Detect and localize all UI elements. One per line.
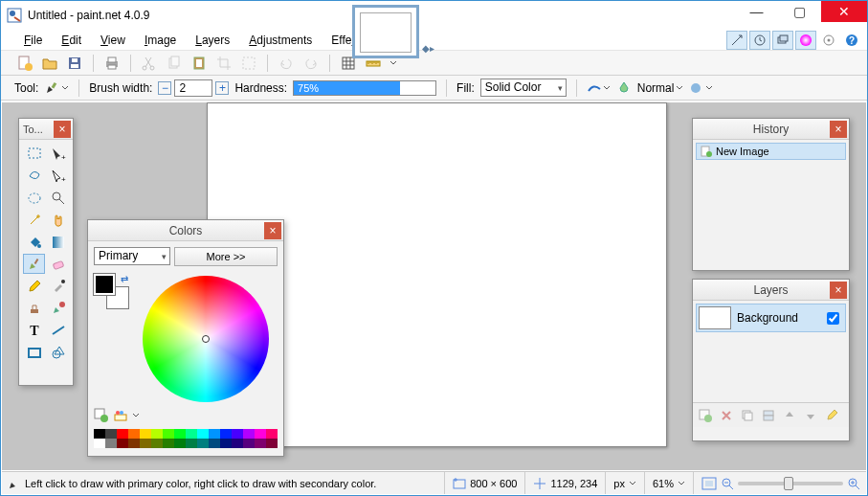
palette-swatch[interactable] xyxy=(220,429,232,439)
palette-manage[interactable] xyxy=(113,408,128,423)
palette-swatch[interactable] xyxy=(232,429,243,439)
palette-swatch[interactable] xyxy=(220,439,232,448)
merge-down-button[interactable] xyxy=(760,407,777,424)
color-swatches[interactable]: ⇄ xyxy=(94,274,128,308)
palette-swatch[interactable] xyxy=(140,429,151,439)
color-palette[interactable] xyxy=(94,429,278,448)
menu-adjustments[interactable]: Adjustments xyxy=(241,32,320,49)
palette-swatch[interactable] xyxy=(266,439,278,448)
palette-swatch[interactable] xyxy=(197,429,209,439)
menu-file[interactable]: File xyxy=(16,32,50,49)
palette-swatch[interactable] xyxy=(163,429,174,439)
menu-view[interactable]: View xyxy=(93,32,133,49)
save-button[interactable] xyxy=(64,53,85,74)
status-unit[interactable]: px xyxy=(613,478,625,489)
tool-pan[interactable] xyxy=(47,210,69,230)
palette-swatch[interactable] xyxy=(243,429,255,439)
palette-swatch[interactable] xyxy=(117,439,128,448)
layers-panel-close[interactable]: × xyxy=(830,282,847,299)
tool-lasso-select[interactable] xyxy=(23,166,45,186)
tools-panel-close[interactable]: × xyxy=(54,121,71,138)
tool-move-selection[interactable]: + xyxy=(47,144,69,164)
tool-shapes[interactable] xyxy=(47,342,69,362)
palette-swatch[interactable] xyxy=(209,429,220,439)
tool-gradient[interactable] xyxy=(47,232,69,252)
tool-text[interactable]: T xyxy=(23,320,45,340)
minimize-button[interactable]: — xyxy=(735,1,778,22)
zoom-out-button[interactable] xyxy=(721,477,734,490)
history-panel-close[interactable]: × xyxy=(830,121,847,138)
tool-paint-bucket[interactable] xyxy=(23,232,45,252)
document-thumbnail[interactable] xyxy=(352,5,419,58)
cut-button[interactable] xyxy=(139,53,160,74)
copy-button[interactable] xyxy=(164,53,185,74)
zoom-fit-button[interactable] xyxy=(701,477,717,490)
palette-swatch[interactable] xyxy=(128,429,140,439)
redo-button[interactable] xyxy=(300,53,322,74)
layer-row[interactable]: Background xyxy=(696,304,846,332)
antialias-button[interactable] xyxy=(587,81,611,95)
palette-swatch[interactable] xyxy=(186,429,197,439)
color-which-combo[interactable]: Primary xyxy=(94,247,170,265)
tool-paintbrush[interactable] xyxy=(23,254,45,274)
palette-swatch[interactable] xyxy=(197,439,209,448)
paste-button[interactable] xyxy=(189,53,210,74)
palette-dropdown[interactable] xyxy=(132,412,140,419)
colors-panel-close[interactable]: × xyxy=(264,222,281,239)
palette-swatch[interactable] xyxy=(94,439,105,448)
palette-swatch[interactable] xyxy=(255,429,266,439)
tool-pencil[interactable] xyxy=(23,276,45,296)
colors-more-button[interactable]: More >> xyxy=(174,247,278,266)
palette-swatch[interactable] xyxy=(174,439,186,448)
deselect-button[interactable] xyxy=(238,53,259,74)
fill-combo[interactable]: Solid Color xyxy=(480,79,567,97)
history-window-toggle[interactable] xyxy=(749,31,770,50)
blend-icon[interactable] xyxy=(616,80,632,96)
colors-window-toggle[interactable] xyxy=(795,31,816,50)
blend-mode-combo[interactable]: Normal xyxy=(637,81,684,95)
primary-color-swatch[interactable] xyxy=(94,274,115,295)
overwrite-button[interactable] xyxy=(689,81,713,95)
tool-move-pixels[interactable]: + xyxy=(47,166,69,186)
menu-image[interactable]: Image xyxy=(137,32,184,49)
undo-button[interactable] xyxy=(276,53,297,74)
palette-swatch[interactable] xyxy=(151,439,163,448)
history-item[interactable]: New Image xyxy=(696,143,846,160)
zoom-slider[interactable] xyxy=(738,482,843,485)
tool-shapes-rect[interactable] xyxy=(23,342,45,362)
print-button[interactable] xyxy=(101,53,122,74)
hardness-slider[interactable]: 75% xyxy=(293,80,436,96)
palette-swatch[interactable] xyxy=(232,439,243,448)
palette-swatch[interactable] xyxy=(140,439,151,448)
settings-button[interactable] xyxy=(818,31,839,50)
crop-button[interactable] xyxy=(213,53,234,74)
move-up-button[interactable] xyxy=(781,407,798,424)
color-wheel[interactable] xyxy=(143,276,269,402)
new-button[interactable] xyxy=(14,53,35,74)
maximize-button[interactable]: ▢ xyxy=(778,1,821,22)
palette-swatch[interactable] xyxy=(243,439,255,448)
tools-window-toggle[interactable] xyxy=(726,31,747,50)
layers-window-toggle[interactable] xyxy=(772,31,793,50)
palette-swatch[interactable] xyxy=(105,429,117,439)
palette-swatch[interactable] xyxy=(174,429,186,439)
status-zoom[interactable]: 61% xyxy=(653,478,674,489)
tool-magic-wand[interactable] xyxy=(23,210,45,230)
add-palette-color[interactable] xyxy=(94,408,109,423)
palette-swatch[interactable] xyxy=(266,429,278,439)
zoom-in-button[interactable] xyxy=(847,477,860,490)
layer-visible-checkbox[interactable] xyxy=(827,312,839,325)
add-layer-button[interactable] xyxy=(697,407,714,424)
palette-swatch[interactable] xyxy=(186,439,197,448)
palette-swatch[interactable] xyxy=(117,429,128,439)
layer-properties-button[interactable] xyxy=(823,407,840,424)
palette-swatch[interactable] xyxy=(105,439,117,448)
move-down-button[interactable] xyxy=(802,407,819,424)
palette-swatch[interactable] xyxy=(209,439,220,448)
tool-chooser[interactable] xyxy=(44,80,69,96)
tool-zoom[interactable] xyxy=(47,188,69,208)
brush-width-input[interactable] xyxy=(174,79,212,97)
close-button[interactable]: ✕ xyxy=(821,1,867,22)
palette-swatch[interactable] xyxy=(151,429,163,439)
palette-swatch[interactable] xyxy=(255,439,266,448)
